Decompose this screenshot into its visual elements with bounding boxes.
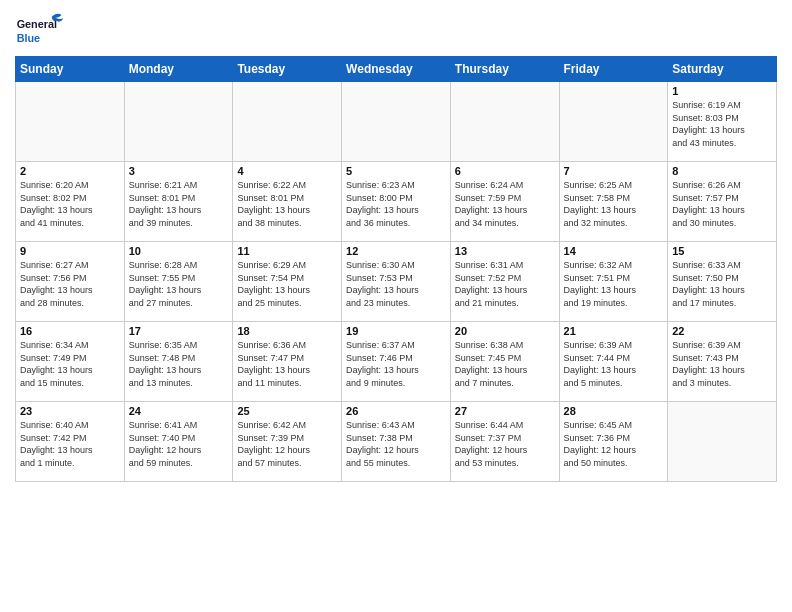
day-number: 1 <box>672 85 772 97</box>
calendar-cell: 27Sunrise: 6:44 AM Sunset: 7:37 PM Dayli… <box>450 402 559 482</box>
day-number: 16 <box>20 325 120 337</box>
day-number: 26 <box>346 405 446 417</box>
day-info: Sunrise: 6:34 AM Sunset: 7:49 PM Dayligh… <box>20 339 120 389</box>
day-info: Sunrise: 6:20 AM Sunset: 8:02 PM Dayligh… <box>20 179 120 229</box>
day-info: Sunrise: 6:39 AM Sunset: 7:44 PM Dayligh… <box>564 339 664 389</box>
day-number: 10 <box>129 245 229 257</box>
day-info: Sunrise: 6:35 AM Sunset: 7:48 PM Dayligh… <box>129 339 229 389</box>
calendar-cell: 13Sunrise: 6:31 AM Sunset: 7:52 PM Dayli… <box>450 242 559 322</box>
day-number: 22 <box>672 325 772 337</box>
calendar-cell: 6Sunrise: 6:24 AM Sunset: 7:59 PM Daylig… <box>450 162 559 242</box>
day-number: 3 <box>129 165 229 177</box>
day-info: Sunrise: 6:23 AM Sunset: 8:00 PM Dayligh… <box>346 179 446 229</box>
day-number: 13 <box>455 245 555 257</box>
day-info: Sunrise: 6:21 AM Sunset: 8:01 PM Dayligh… <box>129 179 229 229</box>
day-info: Sunrise: 6:40 AM Sunset: 7:42 PM Dayligh… <box>20 419 120 469</box>
day-number: 12 <box>346 245 446 257</box>
calendar-cell: 19Sunrise: 6:37 AM Sunset: 7:46 PM Dayli… <box>342 322 451 402</box>
calendar-cell <box>16 82 125 162</box>
day-number: 21 <box>564 325 664 337</box>
day-info: Sunrise: 6:31 AM Sunset: 7:52 PM Dayligh… <box>455 259 555 309</box>
calendar-cell: 28Sunrise: 6:45 AM Sunset: 7:36 PM Dayli… <box>559 402 668 482</box>
calendar-cell: 15Sunrise: 6:33 AM Sunset: 7:50 PM Dayli… <box>668 242 777 322</box>
calendar-cell <box>668 402 777 482</box>
day-number: 19 <box>346 325 446 337</box>
day-info: Sunrise: 6:29 AM Sunset: 7:54 PM Dayligh… <box>237 259 337 309</box>
calendar-cell: 3Sunrise: 6:21 AM Sunset: 8:01 PM Daylig… <box>124 162 233 242</box>
day-number: 27 <box>455 405 555 417</box>
day-number: 14 <box>564 245 664 257</box>
day-number: 8 <box>672 165 772 177</box>
day-info: Sunrise: 6:45 AM Sunset: 7:36 PM Dayligh… <box>564 419 664 469</box>
weekday-header-tuesday: Tuesday <box>233 57 342 82</box>
weekday-header-wednesday: Wednesday <box>342 57 451 82</box>
calendar-cell <box>450 82 559 162</box>
day-number: 9 <box>20 245 120 257</box>
calendar-cell: 14Sunrise: 6:32 AM Sunset: 7:51 PM Dayli… <box>559 242 668 322</box>
calendar-cell: 1Sunrise: 6:19 AM Sunset: 8:03 PM Daylig… <box>668 82 777 162</box>
calendar-cell <box>124 82 233 162</box>
calendar-week-row: 9Sunrise: 6:27 AM Sunset: 7:56 PM Daylig… <box>16 242 777 322</box>
calendar-cell <box>233 82 342 162</box>
day-number: 25 <box>237 405 337 417</box>
day-number: 5 <box>346 165 446 177</box>
calendar-week-row: 1Sunrise: 6:19 AM Sunset: 8:03 PM Daylig… <box>16 82 777 162</box>
day-number: 17 <box>129 325 229 337</box>
day-number: 7 <box>564 165 664 177</box>
day-info: Sunrise: 6:22 AM Sunset: 8:01 PM Dayligh… <box>237 179 337 229</box>
day-number: 6 <box>455 165 555 177</box>
calendar-cell: 10Sunrise: 6:28 AM Sunset: 7:55 PM Dayli… <box>124 242 233 322</box>
day-info: Sunrise: 6:42 AM Sunset: 7:39 PM Dayligh… <box>237 419 337 469</box>
logo: General Blue <box>15 10 65 50</box>
calendar-cell: 9Sunrise: 6:27 AM Sunset: 7:56 PM Daylig… <box>16 242 125 322</box>
day-number: 11 <box>237 245 337 257</box>
calendar-cell: 20Sunrise: 6:38 AM Sunset: 7:45 PM Dayli… <box>450 322 559 402</box>
day-info: Sunrise: 6:39 AM Sunset: 7:43 PM Dayligh… <box>672 339 772 389</box>
day-info: Sunrise: 6:24 AM Sunset: 7:59 PM Dayligh… <box>455 179 555 229</box>
calendar-cell: 17Sunrise: 6:35 AM Sunset: 7:48 PM Dayli… <box>124 322 233 402</box>
weekday-header-saturday: Saturday <box>668 57 777 82</box>
calendar-cell: 8Sunrise: 6:26 AM Sunset: 7:57 PM Daylig… <box>668 162 777 242</box>
day-info: Sunrise: 6:32 AM Sunset: 7:51 PM Dayligh… <box>564 259 664 309</box>
day-info: Sunrise: 6:33 AM Sunset: 7:50 PM Dayligh… <box>672 259 772 309</box>
day-info: Sunrise: 6:25 AM Sunset: 7:58 PM Dayligh… <box>564 179 664 229</box>
calendar-cell: 2Sunrise: 6:20 AM Sunset: 8:02 PM Daylig… <box>16 162 125 242</box>
weekday-header-thursday: Thursday <box>450 57 559 82</box>
day-info: Sunrise: 6:38 AM Sunset: 7:45 PM Dayligh… <box>455 339 555 389</box>
calendar-cell: 5Sunrise: 6:23 AM Sunset: 8:00 PM Daylig… <box>342 162 451 242</box>
weekday-header-monday: Monday <box>124 57 233 82</box>
svg-text:Blue: Blue <box>17 32 40 44</box>
calendar-cell: 12Sunrise: 6:30 AM Sunset: 7:53 PM Dayli… <box>342 242 451 322</box>
day-info: Sunrise: 6:28 AM Sunset: 7:55 PM Dayligh… <box>129 259 229 309</box>
day-number: 28 <box>564 405 664 417</box>
svg-text:General: General <box>17 18 57 30</box>
calendar-table: SundayMondayTuesdayWednesdayThursdayFrid… <box>15 56 777 482</box>
weekday-header-friday: Friday <box>559 57 668 82</box>
day-info: Sunrise: 6:26 AM Sunset: 7:57 PM Dayligh… <box>672 179 772 229</box>
calendar-cell: 7Sunrise: 6:25 AM Sunset: 7:58 PM Daylig… <box>559 162 668 242</box>
day-info: Sunrise: 6:27 AM Sunset: 7:56 PM Dayligh… <box>20 259 120 309</box>
calendar-cell: 22Sunrise: 6:39 AM Sunset: 7:43 PM Dayli… <box>668 322 777 402</box>
day-number: 4 <box>237 165 337 177</box>
day-info: Sunrise: 6:36 AM Sunset: 7:47 PM Dayligh… <box>237 339 337 389</box>
weekday-header-sunday: Sunday <box>16 57 125 82</box>
calendar-cell: 16Sunrise: 6:34 AM Sunset: 7:49 PM Dayli… <box>16 322 125 402</box>
page: General Blue SundayMondayTuesdayWednesda… <box>0 0 792 612</box>
calendar-week-row: 16Sunrise: 6:34 AM Sunset: 7:49 PM Dayli… <box>16 322 777 402</box>
calendar-cell: 4Sunrise: 6:22 AM Sunset: 8:01 PM Daylig… <box>233 162 342 242</box>
day-info: Sunrise: 6:19 AM Sunset: 8:03 PM Dayligh… <box>672 99 772 149</box>
calendar-cell: 11Sunrise: 6:29 AM Sunset: 7:54 PM Dayli… <box>233 242 342 322</box>
day-info: Sunrise: 6:44 AM Sunset: 7:37 PM Dayligh… <box>455 419 555 469</box>
day-number: 23 <box>20 405 120 417</box>
day-info: Sunrise: 6:30 AM Sunset: 7:53 PM Dayligh… <box>346 259 446 309</box>
calendar-cell <box>342 82 451 162</box>
logo-svg: General Blue <box>15 10 65 50</box>
calendar-cell: 21Sunrise: 6:39 AM Sunset: 7:44 PM Dayli… <box>559 322 668 402</box>
calendar-cell: 26Sunrise: 6:43 AM Sunset: 7:38 PM Dayli… <box>342 402 451 482</box>
weekday-header-row: SundayMondayTuesdayWednesdayThursdayFrid… <box>16 57 777 82</box>
day-info: Sunrise: 6:37 AM Sunset: 7:46 PM Dayligh… <box>346 339 446 389</box>
day-info: Sunrise: 6:43 AM Sunset: 7:38 PM Dayligh… <box>346 419 446 469</box>
calendar-cell: 24Sunrise: 6:41 AM Sunset: 7:40 PM Dayli… <box>124 402 233 482</box>
header: General Blue <box>15 10 777 50</box>
day-number: 15 <box>672 245 772 257</box>
